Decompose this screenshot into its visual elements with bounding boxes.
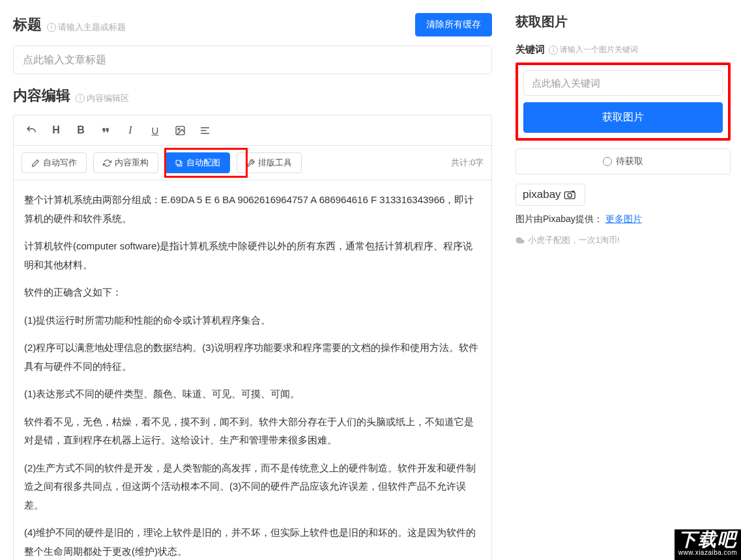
svg-point-7 [568,193,572,197]
bold-icon[interactable]: B [70,120,92,140]
action-toolbar: 自动写作 内容重构 自动配图 排版工具 共计:0字 [14,146,491,180]
auto-image-button[interactable]: 自动配图 [165,152,230,173]
format-toolbar: H B I U [14,115,491,146]
footnote: 小虎子配图，一次1淘币! [516,234,731,246]
keyword-label: 关键词 [516,44,545,56]
content-paragraph: 整个计算机系统由两部分组成：E.69DA 5 E 6 BA 9062616964… [24,191,481,228]
circle-icon [603,157,612,166]
char-count: 共计:0字 [451,157,484,169]
editor-content[interactable]: 整个计算机系统由两部分组成：E.69DA 5 E 6 BA 9062616964… [14,180,491,560]
content-paragraph: 软件的正确含义如下： [24,283,481,302]
article-title-input[interactable] [13,46,492,74]
content-paragraph: (1)表达形式不同的硬件类型、颜色、味道、可见、可摸、可闻。 [24,385,481,404]
keyword-group-highlight: 获取图片 [516,63,731,141]
heading-icon[interactable]: H [45,120,67,140]
keyword-hint: i 请输入一个图片关键词 [549,44,638,55]
content-paragraph: 计算机软件(computer software)是指计算机系统中除硬件以外的所有… [24,237,481,274]
camera-icon [564,190,578,199]
svg-rect-5 [176,160,181,165]
pencil-icon [31,159,40,167]
editor-section-title: 内容编辑 i 内容编辑区 [13,86,129,105]
fetch-status: 待获取 [516,148,731,175]
content-paragraph: (2)生产方式不同的软件是开发，是人类智能的高发挥，而不是传统意义上的硬件制造。… [24,459,481,515]
auto-write-button[interactable]: 自动写作 [22,152,87,173]
undo-icon[interactable] [20,120,42,140]
underline-icon[interactable]: U [144,120,166,140]
editor-hint: i 内容编辑区 [76,92,129,104]
editor-box: H B I U 自动写作 内容重构 [13,115,492,560]
cloud-icon [516,236,525,245]
editor-heading: 内容编辑 [13,86,70,105]
fetch-image-button[interactable]: 获取图片 [523,102,723,133]
keyword-input[interactable] [523,70,723,96]
content-paragraph: (1)提供运行时所需功能和性能的命令或计算机程序集合。 [24,311,481,330]
sidebar: 获取图片 关键词 i 请输入一个图片关键词 获取图片 待获取 pixabay 图… [505,0,741,560]
quote-icon[interactable] [94,120,117,140]
editor-section-head: 内容编辑 i 内容编辑区 [13,86,492,105]
tools-icon [246,159,255,167]
pixabay-badge: pixabay [516,184,585,206]
more-images-link[interactable]: 更多图片 [605,214,642,224]
title-section-head: 标题 i 请输入主题或标题 清除所有缓存 [13,13,492,36]
content-paragraph: (4)维护不同的硬件是旧的，理论上软件是旧的，并不坏，但实际上软件也是旧的和坏的… [24,524,481,560]
layout-tool-button[interactable]: 排版工具 [237,152,302,173]
info-icon: i [549,46,558,55]
content-paragraph: 软件看不见，无色，枯燥，看不见，摸不到，闻不到。软件大部分存在于人们的头脑或纸上… [24,413,481,450]
info-icon: i [76,94,85,103]
content-paragraph: (2)程序可以满意地处理信息的数据结构。(3)说明程序功能要求和程序需要的文档的… [24,339,481,376]
clear-cache-button[interactable]: 清除所有缓存 [415,13,492,36]
restructure-button[interactable]: 内容重构 [93,152,158,173]
refresh-icon [103,159,111,167]
svg-rect-8 [572,191,575,193]
watermark: 下载吧 www.xiazaiba.com [675,529,741,560]
layers-icon [175,159,183,167]
svg-point-1 [177,128,179,130]
info-icon: i [47,23,56,32]
main-column: 标题 i 请输入主题或标题 清除所有缓存 内容编辑 i 内容编辑区 H B [0,0,505,560]
keyword-subhead: 关键词 i 请输入一个图片关键词 [516,44,731,56]
title-heading: 标题 [13,15,42,35]
italic-icon[interactable]: I [119,120,141,140]
attribution: 图片由Pixabay提供： 更多图片 [516,214,731,225]
title-hint: i 请输入主题或标题 [47,21,126,33]
title-section-title: 标题 i 请输入主题或标题 [13,15,126,35]
sidebar-title: 获取图片 [516,13,731,31]
align-icon[interactable] [194,120,216,140]
image-icon[interactable] [169,120,191,140]
